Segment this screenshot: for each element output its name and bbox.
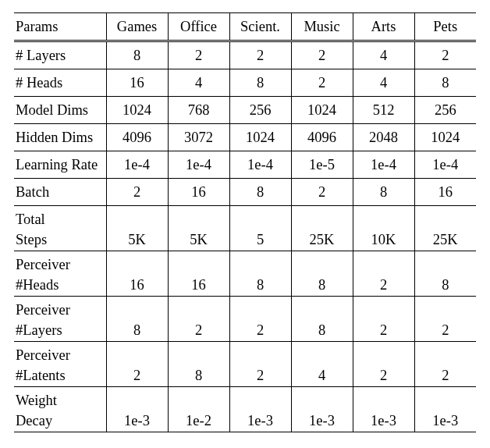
table-row: Model Dims10247682561024512256 [14,97,476,124]
cell: 16 [414,179,476,206]
table-row: #Layers822822 [14,320,476,342]
cell: 256 [414,97,476,124]
cell: 16 [168,179,229,206]
cell: 8 [229,179,291,206]
table-row: Perceiver [14,342,476,366]
table-row: Decay1e-31e-21e-31e-31e-31e-3 [14,411,476,432]
cell: 1e-3 [106,411,168,432]
cell: 4 [353,41,414,69]
cell: 2 [168,320,229,342]
col-header-office: Office [168,13,229,41]
table-row: Steps5K5K525K10K25K [14,229,476,251]
col-header-music: Music [291,13,353,41]
table-header-row: Params Games Office Scient. Music Arts P… [14,13,476,41]
cell: 5K [168,229,229,251]
cell-spacer [291,342,353,366]
cell-spacer [229,342,291,366]
cell: 8 [106,41,168,69]
cell-spacer [106,387,168,411]
cell-spacer [168,387,229,411]
cell: 1e-5 [291,151,353,179]
row-label: Total [14,206,106,230]
cell-spacer [414,342,476,366]
col-header-arts: Arts [353,13,414,41]
cell-spacer [353,206,414,230]
cell-spacer [414,251,476,276]
row-label: #Layers [14,320,106,342]
cell: 8 [229,69,291,97]
cell: 2 [291,69,353,97]
cell-spacer [229,297,291,321]
cell: 16 [106,69,168,97]
cell: 8 [353,179,414,206]
cell-spacer [414,206,476,230]
cell: 2 [168,41,229,69]
cell: 1e-4 [168,151,229,179]
col-header-games: Games [106,13,168,41]
cell: 1e-3 [229,411,291,432]
row-label: Model Dims [14,97,106,124]
cell: 8 [414,69,476,97]
cell-spacer [291,387,353,411]
row-label: Hidden Dims [14,124,106,151]
cell: 10K [353,229,414,251]
cell: 2 [229,320,291,342]
cell-spacer [106,251,168,276]
cell: 2 [106,365,168,387]
cell-spacer [291,251,353,276]
cell: 1e-2 [168,411,229,432]
row-label: Weight [14,387,106,411]
cell-spacer [168,251,229,276]
cell-spacer [168,342,229,366]
cell-spacer [106,206,168,230]
table-row: #Heads16168828 [14,275,476,297]
cell: 1e-3 [291,411,353,432]
row-label: Perceiver [14,251,106,276]
cell-spacer [229,251,291,276]
cell-spacer [291,297,353,321]
row-label: Decay [14,411,106,432]
cell: 512 [353,97,414,124]
cell: 16 [168,275,229,297]
cell: 3072 [168,124,229,151]
cell: 16 [106,275,168,297]
cell: 8 [106,320,168,342]
cell: 5K [106,229,168,251]
cell-spacer [353,297,414,321]
col-header-pets: Pets [414,13,476,41]
cell-spacer [353,387,414,411]
cell-spacer [414,387,476,411]
cell: 4096 [291,124,353,151]
cell: 1e-4 [106,151,168,179]
cell: 2 [229,41,291,69]
cell-spacer [229,387,291,411]
cell-spacer [106,342,168,366]
cell: 256 [229,97,291,124]
cell: 1e-4 [229,151,291,179]
table-row: Learning Rate1e-41e-41e-41e-51e-41e-4 [14,151,476,179]
row-label: #Heads [14,275,106,297]
cell: 2 [414,320,476,342]
cell: 4096 [106,124,168,151]
cell: 4 [353,69,414,97]
cell-spacer [168,297,229,321]
cell: 2 [106,179,168,206]
table-row: Perceiver [14,297,476,321]
cell-spacer [229,206,291,230]
table-row: # Layers822242 [14,41,476,69]
row-label: #Latents [14,365,106,387]
hyperparameters-table: Params Games Office Scient. Music Arts P… [14,12,476,432]
cell: 2 [229,365,291,387]
cell: 8 [291,320,353,342]
cell-spacer [291,206,353,230]
table-row: # Heads1648248 [14,69,476,97]
cell: 1e-4 [414,151,476,179]
cell: 2 [414,41,476,69]
cell: 2 [414,365,476,387]
row-label: Steps [14,229,106,251]
row-label: # Heads [14,69,106,97]
table-row: Total [14,206,476,230]
cell-spacer [168,206,229,230]
cell: 8 [229,275,291,297]
cell: 2 [353,275,414,297]
